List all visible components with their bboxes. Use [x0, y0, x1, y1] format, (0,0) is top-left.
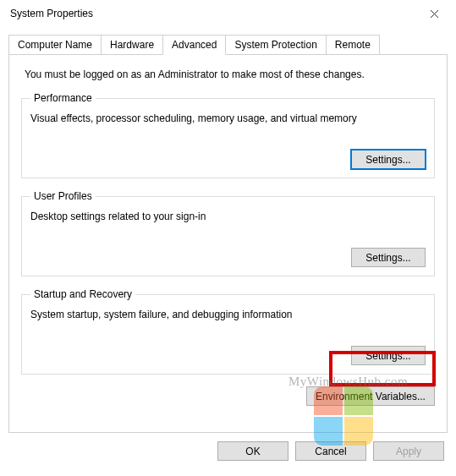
desc-user-profiles: Desktop settings related to your sign-in: [30, 211, 426, 222]
ok-button[interactable]: OK: [217, 441, 288, 461]
admin-notice: You must be logged on as an Administrato…: [25, 68, 435, 80]
close-icon: [430, 9, 439, 19]
dialog-buttons: OK Cancel Apply: [0, 441, 444, 461]
close-button[interactable]: [419, 2, 449, 25]
legend-startup-recovery: Startup and Recovery: [30, 288, 135, 300]
user-profiles-settings-button[interactable]: Settings...: [351, 248, 426, 267]
cancel-button[interactable]: Cancel: [295, 441, 366, 461]
tab-system-protection[interactable]: System Protection: [225, 35, 326, 55]
performance-settings-button[interactable]: Settings...: [351, 150, 426, 169]
tab-hardware[interactable]: Hardware: [101, 35, 163, 55]
tab-panel-advanced: You must be logged on as an Administrato…: [8, 54, 448, 433]
apply-button[interactable]: Apply: [373, 441, 444, 461]
legend-performance: Performance: [30, 92, 96, 104]
startup-recovery-settings-button[interactable]: Settings...: [351, 346, 426, 365]
group-performance: Performance Visual effects, processor sc…: [21, 92, 435, 178]
environment-variables-button[interactable]: Environment Variables...: [306, 386, 435, 406]
tab-computer-name[interactable]: Computer Name: [8, 35, 102, 55]
tab-remote[interactable]: Remote: [326, 35, 380, 55]
window-title: System Properties: [10, 8, 93, 19]
title-bar: System Properties: [0, 0, 456, 27]
desc-startup-recovery: System startup, system failure, and debu…: [30, 309, 426, 320]
group-startup-recovery: Startup and Recovery System startup, sys…: [21, 288, 435, 375]
tab-advanced[interactable]: Advanced: [162, 35, 226, 55]
legend-user-profiles: User Profiles: [30, 190, 96, 202]
desc-performance: Visual effects, processor scheduling, me…: [30, 112, 426, 124]
tab-strip: Computer Name Hardware Advanced System P…: [8, 34, 448, 54]
group-user-profiles: User Profiles Desktop settings related t…: [21, 190, 435, 276]
